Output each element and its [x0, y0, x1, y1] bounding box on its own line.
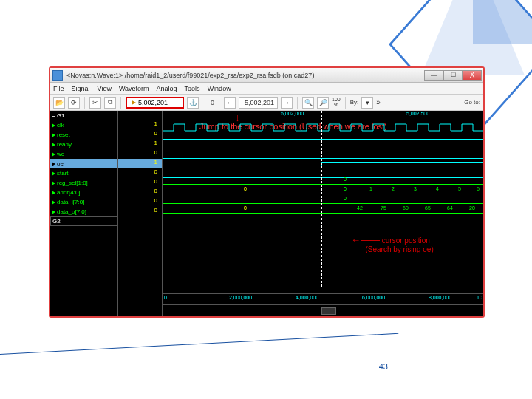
- wave-ready: [163, 141, 483, 151]
- wave-clk: [163, 122, 483, 132]
- copy-icon[interactable]: ⧉: [104, 97, 116, 109]
- app-icon: [52, 70, 63, 81]
- window-title: <Novas:n.Wave:1> /home/raid1_2/userd/f99…: [65, 72, 424, 79]
- time-delta: -5,002,201: [239, 97, 278, 109]
- val-g1: [118, 111, 162, 120]
- menu-signal[interactable]: Signal: [72, 85, 90, 92]
- by-label: By:: [350, 99, 359, 106]
- signal-reset[interactable]: reset: [50, 130, 117, 140]
- wave-addr: 0 0 1 2 3 4 5 6: [163, 189, 483, 199]
- maximize-button[interactable]: ☐: [443, 70, 463, 81]
- footer-divider: [0, 333, 398, 355]
- app-window: <Novas:n.Wave:1> /home/raid1_2/userd/f99…: [49, 66, 485, 318]
- toolbar: 📂 ⟳ ✂ ⧉ ▶ ⚓ 0 ← -5,002,201 → 🔍 🔎 100% By…: [50, 95, 483, 111]
- menu-window[interactable]: Window: [208, 85, 231, 92]
- val-we: 0: [118, 149, 162, 159]
- jump-icon[interactable]: ▶: [132, 99, 136, 106]
- wave-start: [163, 170, 483, 180]
- value-column: 1 0 1 0 1 0 0 0 0 0: [118, 111, 163, 316]
- title-bar: <Novas:n.Wave:1> /home/raid1_2/userd/f99…: [50, 68, 483, 83]
- val-start: 0: [118, 168, 162, 178]
- signal-names-column: = G1 clk reset ready we oe start reg_sel…: [50, 111, 118, 316]
- next-edge-icon[interactable]: →: [281, 97, 293, 109]
- wave-regsel: 0: [163, 180, 483, 189]
- val-ready: 1: [118, 140, 162, 149]
- val-regsel: 0: [118, 178, 162, 188]
- page-number: 43: [379, 362, 388, 371]
- anchor-icon[interactable]: ⚓: [187, 97, 199, 109]
- cursor-position-field[interactable]: ▶: [126, 97, 184, 109]
- group-g2[interactable]: G2: [50, 216, 117, 226]
- by-dropdown-icon[interactable]: ▾: [361, 97, 373, 109]
- zoom-percent: 100%: [332, 98, 341, 107]
- annotation-cursor-pos: ←—— cursor position (Search by rising oe…: [351, 235, 434, 253]
- menu-tools[interactable]: Tools: [185, 85, 200, 92]
- waveform-area: = G1 clk reset ready we oe start reg_sel…: [50, 111, 483, 316]
- signal-ready[interactable]: ready: [50, 140, 117, 149]
- open-icon[interactable]: 📂: [53, 97, 65, 109]
- minimize-button[interactable]: —: [424, 70, 443, 81]
- ruler-bottom: 0 2,000,000 4,000,000 6,000,000 8,000,00…: [163, 293, 483, 303]
- signal-clk[interactable]: clk: [50, 120, 117, 130]
- val-datao: 0: [118, 207, 162, 216]
- wave-datai: 0: [163, 199, 483, 208]
- signal-datai[interactable]: data_i[7:0]: [50, 197, 117, 207]
- zoom-in-icon[interactable]: 🔍: [302, 97, 314, 109]
- signal-oe[interactable]: oe: [50, 159, 117, 168]
- cut-icon[interactable]: ✂: [89, 97, 101, 109]
- val-clk: 1: [118, 120, 162, 130]
- val-reset: 0: [118, 130, 162, 140]
- signal-start[interactable]: start: [50, 168, 117, 178]
- cursor-input[interactable]: [138, 99, 178, 106]
- cursor-line[interactable]: [321, 111, 322, 287]
- menu-view[interactable]: View: [98, 85, 112, 92]
- group-g1[interactable]: = G1: [50, 111, 117, 120]
- zoom-out-icon[interactable]: 🔎: [317, 97, 329, 109]
- arrow-left-icon: ←——: [351, 234, 380, 245]
- signal-datao[interactable]: data_o[7:0]: [50, 207, 117, 216]
- wave-datao: 0 42 75 69 65 64 20: [163, 208, 483, 218]
- menu-analog[interactable]: Analog: [157, 85, 177, 92]
- wave-reset: [163, 132, 483, 141]
- wave-we: [163, 151, 483, 160]
- wave-oe: [163, 160, 483, 170]
- waveform-canvas[interactable]: 5,002,000 5,002,500 ↓ Jump to the cursor…: [163, 111, 483, 316]
- menu-file[interactable]: File: [53, 85, 64, 92]
- ruler-top: 5,002,000 5,002,500: [163, 111, 483, 120]
- prev-edge-icon[interactable]: ←: [224, 97, 236, 109]
- menu-bar: File Signal View Waveform Analog Tools W…: [50, 83, 483, 95]
- overview-strip[interactable]: [163, 304, 483, 316]
- signal-regsel[interactable]: reg_sel[1:0]: [50, 178, 117, 188]
- val-addr: 0: [118, 188, 162, 197]
- menu-waveform[interactable]: Waveform: [119, 85, 149, 92]
- reload-icon[interactable]: ⟳: [68, 97, 80, 109]
- signal-addr[interactable]: addr[4:0]: [50, 188, 117, 197]
- signal-we[interactable]: we: [50, 149, 117, 159]
- val-oe: 1: [118, 159, 162, 168]
- goto-label: Go to:: [464, 99, 480, 106]
- val-datai: 0: [118, 197, 162, 207]
- close-button[interactable]: X: [463, 70, 482, 81]
